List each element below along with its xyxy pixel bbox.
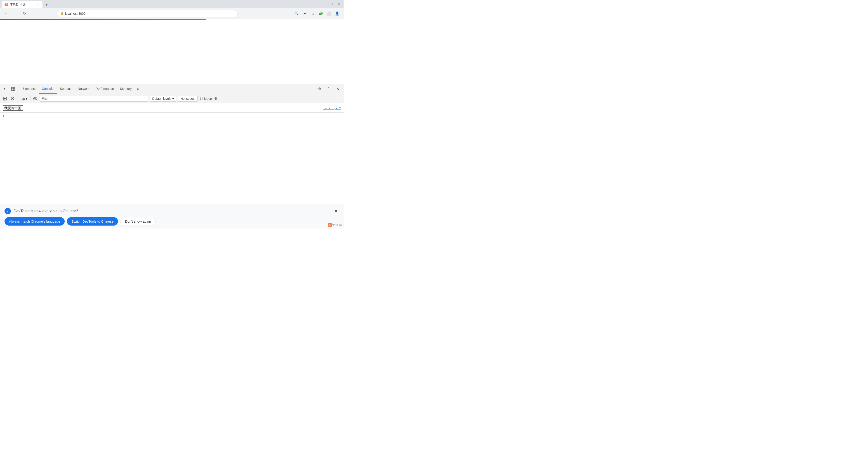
console-block-button[interactable] bbox=[9, 95, 16, 102]
forward-button[interactable]: → bbox=[12, 10, 19, 17]
ime-s-box: S bbox=[328, 223, 332, 227]
top-dropdown-icon: ▾ bbox=[26, 97, 27, 101]
top-label: top bbox=[21, 97, 25, 101]
no-issues-button[interactable]: No Issues bbox=[178, 96, 197, 102]
profile-icon[interactable]: 👤 bbox=[334, 10, 341, 17]
bookmark-icon[interactable]: ☆ bbox=[309, 10, 316, 17]
console-input-row: > bbox=[0, 112, 344, 119]
svg-rect-3 bbox=[13, 89, 15, 90]
tab-sources[interactable]: Sources bbox=[57, 84, 74, 94]
devtools-banner: i DevTools is now available in Chinese! … bbox=[0, 204, 344, 229]
tab-favicon: S bbox=[4, 3, 8, 6]
devtools-right-controls: ⚙ ⋮ ✕ bbox=[315, 85, 343, 93]
log-source[interactable]: index.js:2 bbox=[323, 107, 341, 110]
ime-indicator: S 中·拼··码 bbox=[328, 223, 342, 227]
window-close-button[interactable]: ✕ bbox=[336, 1, 342, 7]
console-eye-button[interactable] bbox=[32, 95, 38, 102]
window-controls: — □ ✕ bbox=[322, 1, 342, 8]
svg-marker-5 bbox=[4, 98, 6, 99]
search-icon[interactable]: 🔍 bbox=[293, 10, 300, 17]
devtools-panel: i DevTools is now available in Chinese! … bbox=[0, 84, 344, 229]
default-levels-label: Default levels bbox=[152, 97, 171, 101]
console-settings-icon[interactable]: ⚙ bbox=[213, 96, 218, 101]
tab-memory[interactable]: Memory bbox=[117, 84, 135, 94]
security-icon: 🔒 bbox=[60, 12, 64, 15]
url-bar[interactable]: 🔒 localhost:3000 bbox=[57, 10, 238, 17]
console-separator-1 bbox=[17, 96, 18, 101]
console-log-row: 我爱你中国 index.js:2 bbox=[0, 104, 344, 112]
top-selector[interactable]: top ▾ bbox=[19, 96, 29, 102]
devtools-settings-button[interactable]: ⚙ bbox=[315, 85, 324, 93]
svg-rect-1 bbox=[13, 87, 15, 89]
dont-show-again-button[interactable]: Don't show again bbox=[120, 217, 156, 226]
svg-rect-2 bbox=[11, 89, 13, 90]
devtools-more-options-button[interactable]: ⋮ bbox=[324, 85, 333, 93]
url-text: localhost:3000 bbox=[65, 12, 86, 16]
ime-text: 中·拼··码 bbox=[332, 223, 342, 227]
tab-performance[interactable]: Performance bbox=[92, 84, 117, 94]
page-content: i DevTools is now available in Chinese! … bbox=[0, 19, 344, 229]
banner-title: DevTools is now available in Chinese! bbox=[13, 209, 78, 213]
svg-point-10 bbox=[35, 98, 36, 99]
tab-title: 李昊哲·小课 bbox=[10, 2, 26, 6]
tab-network[interactable]: Network bbox=[74, 84, 92, 94]
back-button[interactable]: ← bbox=[3, 10, 10, 17]
svg-rect-0 bbox=[11, 87, 13, 89]
log-content: 我爱你中国 bbox=[3, 106, 323, 110]
devtools-cursor-icon[interactable] bbox=[1, 85, 9, 93]
console-toolbar: top ▾ Default levels ▾ No Issues bbox=[0, 94, 344, 104]
tab-bar: S 李昊哲·小课 ✕ + — □ ✕ bbox=[0, 0, 344, 8]
devtools-inspect-icon[interactable] bbox=[9, 85, 17, 93]
device-icon[interactable]: ⬜ bbox=[326, 10, 333, 17]
banner-info-row: i DevTools is now available in Chinese! … bbox=[4, 208, 339, 214]
toolbar-right: 🔍 ➤ ☆ 🧩 ⬜ 👤 bbox=[293, 10, 341, 17]
refresh-button[interactable]: ↻ bbox=[21, 10, 28, 17]
info-icon: i bbox=[4, 208, 11, 214]
console-input[interactable] bbox=[6, 114, 341, 118]
window-minimize-button[interactable]: — bbox=[322, 1, 328, 7]
always-match-button[interactable]: Always match Chrome's language bbox=[4, 217, 65, 226]
tab-close-button[interactable]: ✕ bbox=[36, 3, 40, 6]
default-levels-icon: ▾ bbox=[172, 97, 174, 101]
log-text: 我爱你中国 bbox=[3, 106, 23, 111]
new-tab-button[interactable]: + bbox=[43, 2, 50, 8]
banner-close-button[interactable]: ✕ bbox=[333, 208, 339, 214]
console-play-button[interactable] bbox=[2, 95, 8, 102]
browser-frame: S 李昊哲·小课 ✕ + — □ ✕ ← → ↻ 🔒 localhost:300… bbox=[0, 0, 344, 229]
banner-buttons: Always match Chrome's language Switch De… bbox=[4, 217, 339, 226]
page-progress-bar bbox=[0, 19, 206, 20]
tab-elements[interactable]: Elements bbox=[19, 84, 39, 94]
devtools-close-button[interactable]: ✕ bbox=[334, 85, 342, 93]
share-icon[interactable]: ➤ bbox=[301, 10, 308, 17]
default-levels-selector[interactable]: Default levels ▾ bbox=[150, 96, 176, 102]
tab-console[interactable]: Console bbox=[39, 84, 57, 94]
more-tabs-button[interactable]: » bbox=[135, 85, 141, 93]
devtools-tabs: Elements Console Sources Network Perform… bbox=[0, 84, 344, 94]
filter-input[interactable] bbox=[40, 96, 148, 102]
extensions-icon[interactable]: 🧩 bbox=[317, 10, 324, 17]
active-tab[interactable]: S 李昊哲·小课 ✕ bbox=[2, 1, 42, 8]
console-prompt-icon: > bbox=[3, 114, 5, 118]
address-bar: ← → ↻ 🔒 localhost:3000 🔍 ➤ ☆ 🧩 ⬜ 👤 bbox=[0, 8, 344, 19]
svg-line-7 bbox=[11, 97, 14, 100]
hidden-count: 1 hidden bbox=[200, 97, 212, 101]
window-maximize-button[interactable]: □ bbox=[329, 1, 335, 7]
switch-devtools-button[interactable]: Switch DevTools to Chinese bbox=[67, 217, 118, 226]
